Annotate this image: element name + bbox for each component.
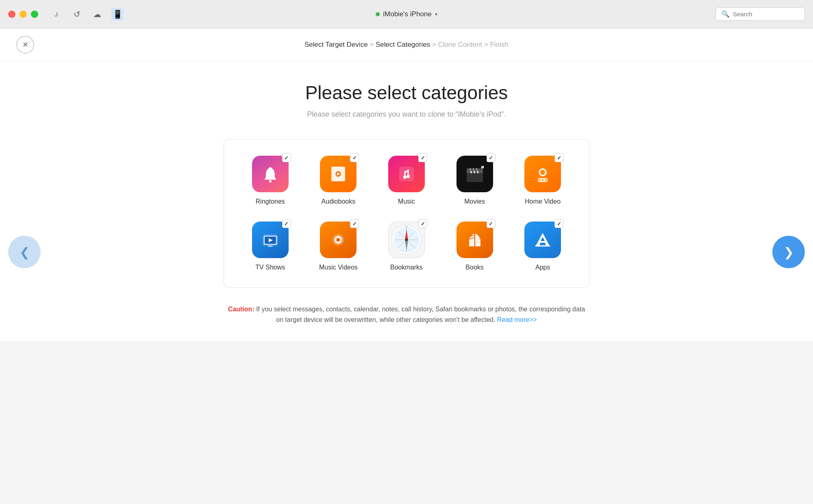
device-dropdown-arrow: ▾ <box>435 11 437 17</box>
apps-icon-wrapper: ✓ <box>524 222 561 258</box>
close-icon: ✕ <box>22 40 28 49</box>
search-icon: 🔍 <box>722 10 730 18</box>
audiobooks-check: ✓ <box>350 153 359 162</box>
movies-check: ✓ <box>487 153 496 162</box>
device-status-dot <box>376 12 380 16</box>
device-name-label: iMobie's iPhone <box>383 10 431 18</box>
category-music[interactable]: ✓ Music <box>385 156 428 205</box>
category-homevideo[interactable]: ✓ Home Video <box>521 156 565 205</box>
movies-label: Movies <box>464 198 485 205</box>
device-selector[interactable]: iMobie's iPhone ▾ <box>376 10 437 18</box>
breadcrumb-sep-3: > <box>484 41 490 48</box>
svg-point-18 <box>542 179 543 181</box>
right-arrow-icon: ❯ <box>784 245 794 259</box>
category-ringtones[interactable]: ✓ Ringtones <box>248 156 292 205</box>
left-arrow-icon: ❮ <box>20 245 30 259</box>
search-input[interactable] <box>733 11 799 17</box>
category-movies[interactable]: ✓ Movies <box>453 156 497 205</box>
svg-point-0 <box>269 180 272 182</box>
bookmarks-icon-wrapper: ✓ <box>388 222 425 258</box>
category-audiobooks[interactable]: ✓ Audiobooks <box>317 156 361 205</box>
music-icon[interactable]: ♪ <box>50 8 63 20</box>
category-tvshows[interactable]: ✓ TV Shows <box>248 222 292 271</box>
close-button[interactable]: ✕ <box>16 36 34 54</box>
tvshows-label: TV Shows <box>255 264 285 271</box>
category-apps[interactable]: ✓ Apps <box>521 222 565 271</box>
homevideo-label: Home Video <box>525 198 561 205</box>
musicvideos-icon-wrapper: ✓ <box>320 222 357 258</box>
books-icon-wrapper: ✓ <box>456 222 493 258</box>
categories-grid: ✓ Ringtones ✓ Audiobooks <box>224 139 589 288</box>
cloud-icon[interactable]: ☁ <box>91 8 103 20</box>
svg-point-19 <box>545 179 547 181</box>
ringtones-check: ✓ <box>282 153 291 162</box>
categories-row-1: ✓ Ringtones ✓ Audiobooks <box>248 156 565 205</box>
audiobooks-label: Audiobooks <box>322 198 356 205</box>
page-title: Please select categories <box>305 82 508 104</box>
tvshows-check: ✓ <box>282 219 291 228</box>
bookmarks-label: Bookmarks <box>390 264 423 271</box>
ringtones-label: Ringtones <box>256 198 285 205</box>
minimize-traffic-light[interactable] <box>20 11 27 18</box>
close-traffic-light[interactable] <box>8 11 15 18</box>
nav-arrow-left[interactable]: ❮ <box>8 236 41 268</box>
breadcrumb-step-3: Clone Content <box>438 41 483 48</box>
history-icon[interactable]: ↺ <box>71 8 83 20</box>
music-label: Music <box>398 198 415 205</box>
search-box[interactable]: 🔍 <box>715 7 805 21</box>
bookmarks-check: ✓ <box>418 219 427 228</box>
traffic-lights <box>8 11 38 18</box>
audiobooks-icon-wrapper: ✓ <box>320 156 357 192</box>
category-books[interactable]: ✓ Books <box>453 222 497 271</box>
apps-check: ✓ <box>554 219 563 228</box>
music-check: ✓ <box>418 153 427 162</box>
apps-label: Apps <box>535 264 550 271</box>
books-check: ✓ <box>487 219 496 228</box>
page-subtitle: Please select categories you want to clo… <box>307 110 506 119</box>
movies-icon-wrapper: ✓ <box>456 156 493 192</box>
music-icon-wrapper: ✓ <box>388 156 425 192</box>
musicvideos-label: Music Videos <box>319 264 358 271</box>
category-bookmarks[interactable]: ✓ Bookmarks <box>385 222 428 271</box>
svg-point-15 <box>540 170 545 175</box>
svg-point-17 <box>539 179 540 181</box>
titlebar-icons: ♪ ↺ ☁ 📱 <box>50 8 124 20</box>
svg-point-38 <box>406 226 407 228</box>
read-more-link[interactable]: Read more>> <box>497 316 537 323</box>
caution-area: Caution: If you select messages, contact… <box>224 304 589 325</box>
svg-point-37 <box>405 239 408 241</box>
musicvideos-check: ✓ <box>350 219 359 228</box>
caution-label: Caution: <box>228 306 254 313</box>
svg-rect-3 <box>399 167 414 181</box>
category-musicvideos[interactable]: ✓ Music Videos <box>317 222 361 271</box>
titlebar: ♪ ↺ ☁ 📱 iMobie's iPhone ▾ 🔍 <box>0 0 813 28</box>
breadcrumb-step-2: Select Categories <box>376 41 430 48</box>
homevideo-check: ✓ <box>554 153 563 162</box>
breadcrumb: Select Target Device > Select Categories… <box>304 41 509 49</box>
ringtones-icon-wrapper: ✓ <box>252 156 289 192</box>
tvshows-icon-wrapper: ✓ <box>252 222 289 258</box>
svg-rect-11 <box>467 168 483 172</box>
books-label: Books <box>465 264 483 271</box>
fullscreen-traffic-light[interactable] <box>31 11 38 18</box>
nav-arrow-right[interactable]: ❯ <box>772 236 805 268</box>
breadcrumb-bar: ✕ Select Target Device > Select Categori… <box>0 28 813 61</box>
homevideo-icon-wrapper: ✓ <box>524 156 561 192</box>
categories-row-2: ✓ TV Shows ✓ Music Video <box>248 222 565 271</box>
breadcrumb-step-1: Select Target Device <box>304 41 368 48</box>
breadcrumb-sep-2: > <box>432 41 438 48</box>
breadcrumb-sep-1: > <box>370 41 376 48</box>
phone-icon[interactable]: 📱 <box>111 8 124 20</box>
breadcrumb-step-4: Finish <box>490 41 509 48</box>
main-content: Please select categories Please select c… <box>0 61 813 341</box>
svg-rect-24 <box>268 245 273 247</box>
svg-point-4 <box>403 176 406 179</box>
svg-point-5 <box>406 175 410 178</box>
